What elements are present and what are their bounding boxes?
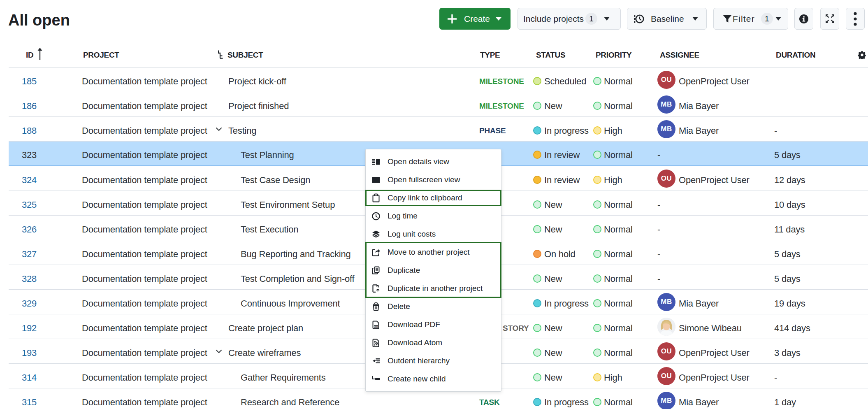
svg-text:PDF: PDF [374,325,378,328]
